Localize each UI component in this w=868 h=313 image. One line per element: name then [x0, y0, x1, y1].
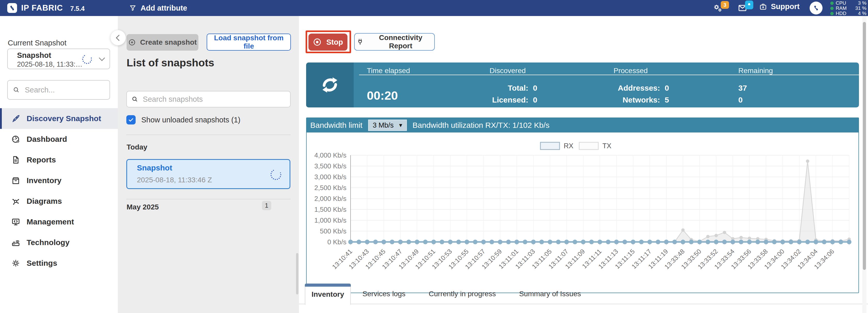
- connectivity-report-button[interactable]: Connectivity Report: [354, 33, 435, 51]
- sidebar-item-label: Settings: [27, 259, 57, 268]
- avatar-logo-icon: [812, 4, 820, 12]
- hdd-value: 4 %: [858, 10, 866, 16]
- connectivity-report-label: Connectivity Report: [369, 34, 433, 50]
- col-header-remaining: Remaining: [738, 67, 773, 75]
- sidebar-item-label: Discovery Snapshot: [27, 114, 101, 123]
- list-of-snapshots-heading: List of snapshots: [127, 57, 214, 69]
- checkbox-checked-icon[interactable]: [126, 115, 135, 124]
- snapshot-item-date: 2025-08-18, 11:33:46 Z: [137, 176, 212, 184]
- ram-value: 31 %: [855, 5, 866, 11]
- tab-services-logs[interactable]: Services logs: [351, 284, 417, 304]
- sidebar-item-label: Technology: [27, 238, 69, 247]
- load-snapshot-label: Load snapshot from file: [209, 34, 289, 50]
- tab-summary-of-issues[interactable]: Summary of Issues: [507, 284, 593, 304]
- tab-label: Currently in progress: [429, 290, 496, 298]
- hdd-status-dot: [830, 12, 834, 15]
- svg-text:3,000 Kb/s: 3,000 Kb/s: [314, 173, 346, 181]
- search-icon: [131, 96, 138, 103]
- sidebar-item-label: Inventory: [27, 176, 61, 185]
- show-unloaded-snapshots-toggle[interactable]: Show unloaded snapshots (1): [126, 115, 241, 124]
- discovered-total-value: 0: [533, 84, 537, 92]
- user-avatar[interactable]: [810, 2, 823, 14]
- filter-funnel-icon: [129, 4, 136, 11]
- snapshot-loading-spinner: [81, 53, 94, 66]
- router-icon: [11, 238, 21, 247]
- divider: [126, 199, 291, 199]
- left-sidebar: Current Snapshot Snapshot 2025-08-18, 11…: [0, 16, 118, 313]
- alerts-badge: [745, 1, 753, 9]
- tab-currently-in-progress[interactable]: Currently in progress: [417, 284, 507, 304]
- chevron-down-icon: [99, 55, 105, 61]
- bandwidth-limit-select[interactable]: 3 Mb/s ▼: [368, 120, 407, 131]
- sidebar-search[interactable]: [7, 80, 110, 100]
- ram-status-dot: [830, 7, 834, 10]
- ipfabric-logo[interactable]: [7, 3, 17, 13]
- discovered-licensed-value: 0: [533, 96, 537, 104]
- stop-button[interactable]: Stop: [308, 34, 347, 51]
- box-icon: [11, 176, 21, 185]
- tab-label: Services logs: [363, 290, 406, 298]
- snapshot-list-panel: Create snapshot Load snapshot from file …: [118, 16, 299, 313]
- monitor-icon: [11, 217, 21, 226]
- current-snapshot-select[interactable]: Snapshot 2025-08-18, 11:33:…: [7, 49, 110, 69]
- support-label: Support: [771, 2, 800, 11]
- panel-scrollbar-thumb[interactable]: [296, 253, 299, 294]
- sidebar-menu: Discovery Snapshot Dashboard Reports Inv…: [0, 108, 118, 274]
- svg-text:TX: TX: [602, 142, 612, 150]
- cpu-label: CPU: [836, 0, 858, 6]
- sidebar-item-reports[interactable]: Reports: [0, 150, 118, 170]
- settings-notification-badge: 3: [721, 1, 729, 9]
- hdd-label: HDD: [836, 10, 858, 16]
- main-scrollbar-thumb[interactable]: [863, 22, 866, 270]
- stop-icon: [313, 38, 322, 46]
- ram-label: RAM: [836, 5, 855, 11]
- group-count-badge: 1: [262, 201, 271, 210]
- sidebar-item-diagrams[interactable]: Diagrams: [0, 191, 118, 212]
- sidebar-item-label: Management: [27, 217, 74, 226]
- sidebar-item-inventory[interactable]: Inventory: [0, 170, 118, 191]
- bottom-tabs: Inventory Services logs Currently in pro…: [299, 284, 868, 304]
- top-bar: IP FABRIC 7.5.4 Add attribute 3: [0, 0, 868, 16]
- svg-text:2,500 Kb/s: 2,500 Kb/s: [314, 184, 346, 192]
- load-snapshot-from-file-button[interactable]: Load snapshot from file: [207, 34, 291, 51]
- remaining-addresses-value: 37: [738, 84, 747, 92]
- processed-addresses-value: 0: [665, 84, 669, 92]
- plug-icon: [356, 38, 364, 46]
- sidebar-item-management[interactable]: Management: [0, 212, 118, 232]
- ipfabric-logo-icon: [8, 4, 16, 12]
- collapse-sidebar-button[interactable]: [110, 30, 126, 45]
- remaining-networks-value: 0: [738, 96, 743, 104]
- sidebar-item-dashboard[interactable]: Dashboard: [0, 129, 118, 150]
- current-snapshot-date: 2025-08-18, 11:33:…: [17, 60, 83, 68]
- support-button[interactable]: Support: [759, 2, 800, 11]
- sidebar-item-discovery-snapshot[interactable]: Discovery Snapshot: [0, 108, 118, 129]
- create-snapshot-button[interactable]: Create snapshot: [127, 34, 198, 51]
- svg-text:RX: RX: [564, 142, 574, 150]
- tab-label: Summary of Issues: [519, 290, 581, 298]
- sidebar-search-input[interactable]: [24, 86, 104, 95]
- snapshot-search[interactable]: [126, 91, 291, 107]
- add-attribute-button[interactable]: Add attribute: [129, 3, 187, 13]
- sidebar-item-settings[interactable]: Settings: [0, 253, 118, 274]
- cpu-status-dot: [830, 2, 834, 5]
- discovered-total-label: Total:: [471, 84, 528, 92]
- system-stats: CPU 3 % RAM 31 % HDD 4 %: [830, 1, 866, 16]
- sync-icon-box: [306, 62, 354, 107]
- snapshot-list-item-selected[interactable]: Snapshot 2025-08-18, 11:33:46 Z: [126, 159, 290, 189]
- divider: [126, 134, 291, 135]
- tab-inventory[interactable]: Inventory: [305, 284, 351, 305]
- snapshot-search-input[interactable]: [142, 95, 285, 104]
- svg-text:0 Kb/s: 0 Kb/s: [327, 238, 346, 246]
- gear-icon: [11, 258, 21, 268]
- current-snapshot-title: Snapshot: [17, 51, 51, 60]
- show-unloaded-snapshots-label: Show unloaded snapshots (1): [141, 116, 241, 124]
- hdd-stat: HDD 4 %: [830, 11, 866, 16]
- rocket-icon: [11, 114, 21, 123]
- svg-text:2,000 Kb/s: 2,000 Kb/s: [314, 195, 346, 202]
- add-attribute-label: Add attribute: [141, 4, 187, 12]
- sidebar-item-technology[interactable]: Technology: [0, 232, 118, 253]
- sync-icon: [317, 72, 342, 97]
- search-icon: [13, 86, 20, 94]
- tab-label: Inventory: [312, 290, 344, 299]
- chevron-left-icon: [116, 35, 122, 41]
